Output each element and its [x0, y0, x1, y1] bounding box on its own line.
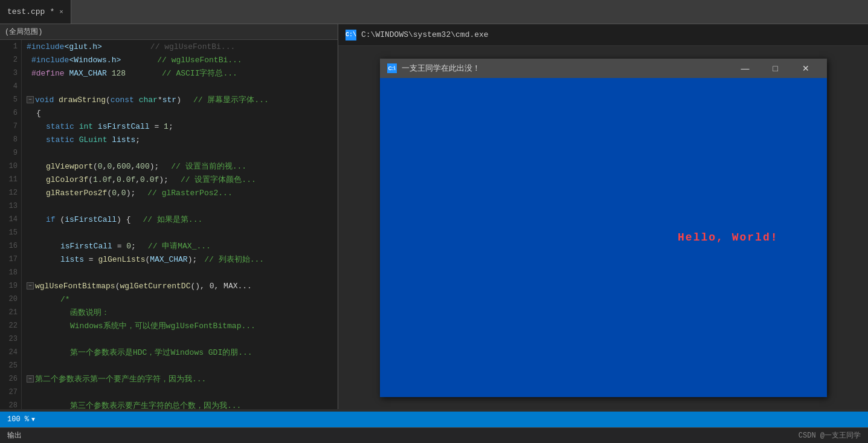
code-line-24: 第一个参数表示是HDC，学过Windows GDI的朋... — [27, 346, 338, 359]
comment-3: // ASCII字符总... — [162, 68, 237, 79]
minimize-button[interactable]: — — [731, 59, 759, 78]
line-num-9: 9 — [0, 146, 21, 160]
code-line-21: 函数说明： — [27, 306, 338, 319]
code-line-7: static int isFirstCall = 1; — [27, 120, 338, 133]
code-line-15 — [27, 226, 338, 239]
window-controls: — □ ✕ — [731, 59, 820, 78]
line-num-11: 11 — [0, 173, 21, 186]
code-line-6: { — [27, 106, 338, 120]
code-line-5: − void drawString(const char* str) // 屏幕… — [27, 93, 338, 106]
line-num-23: 23 — [0, 332, 21, 346]
code-line-17: lists = glGenLists(MAX_CHAR); // 列表初始... — [27, 253, 338, 266]
hello-world-text: Hello, World! — [678, 231, 778, 244]
fold-button-19[interactable]: − — [27, 282, 34, 289]
line-num-25: 25 — [0, 359, 21, 372]
cmd-title-bar: C:\ C:\WINDOWS\system32\cmd.exe — [338, 24, 868, 46]
line-num-14: 14 — [0, 213, 21, 226]
line-num-27: 27 — [0, 386, 21, 399]
output-bar: 输出 CSDN @一支王同学 — [0, 427, 868, 443]
comment-12: // glRasterPos2... — [147, 189, 232, 198]
tab-modified: * — [50, 7, 54, 16]
zoom-down-arrow[interactable]: ▼ — [31, 416, 35, 423]
code-line-25 — [27, 359, 338, 372]
ide-title-bar: test.cpp* × — [0, 0, 868, 24]
line-num-6: 6 — [0, 106, 21, 120]
code-line-28: 第三个参数表示要产生字符的总个数，因为我... — [27, 399, 338, 409]
close-button[interactable]: ✕ — [792, 59, 820, 78]
line-num-18: 18 — [0, 266, 21, 279]
comment-17: // 列表初始... — [204, 254, 264, 265]
line-num-12: 12 — [0, 186, 21, 199]
line-num-19: 19 — [0, 279, 21, 293]
code-line-23 — [27, 332, 338, 346]
main-area: (全局范围) 1 2 3 4 5 6 7 8 9 10 11 12 13 14 … — [0, 24, 868, 409]
line-num-3: 3 — [0, 66, 21, 80]
comment-16: // 申请MAX_... — [148, 241, 211, 251]
line-num-5: 5 — [0, 93, 21, 106]
code-line-10: glViewport(0,0,600,400); // 设置当前的视... — [27, 160, 338, 173]
code-pane: (全局范围) 1 2 3 4 5 6 7 8 9 10 11 12 13 14 … — [0, 24, 338, 409]
fold-button-5[interactable]: − — [27, 96, 34, 103]
code-line-8: static GLuint lists; — [27, 133, 338, 146]
comment-14: // 如果是第... — [143, 214, 202, 225]
line-num-13: 13 — [0, 199, 21, 213]
code-line-13 — [27, 199, 338, 213]
scope-bar: (全局范围) — [0, 24, 338, 40]
output-label: 输出 — [7, 430, 22, 441]
cmd-pane: C:\ C:\WINDOWS\system32\cmd.exe — [338, 24, 868, 46]
opengl-window-title: 一支王同学在此出没！ — [402, 63, 480, 74]
code-line-27 — [27, 386, 338, 399]
code-line-19: − wglUseFontBitmaps(wglGetCurrentDC(), 0… — [27, 279, 338, 293]
status-bar: 100 % ▼ — [0, 412, 868, 427]
code-line-26: − 第二个参数表示第一个要产生的字符，因为我... — [27, 372, 338, 386]
line-num-22: 22 — [0, 319, 21, 332]
line-num-10: 10 — [0, 160, 21, 173]
fold-button-26[interactable]: − — [27, 375, 34, 383]
line-num-28: 28 — [0, 399, 21, 409]
cmd-title-text: C:\WINDOWS\system32\cmd.exe — [361, 30, 489, 39]
code-line-11: glColor3f(1.0f, 0.0f, 0.0f); // 设置字体颜色..… — [27, 173, 338, 186]
code-line-14: if (isFirstCall) { // 如果是第... — [27, 213, 338, 226]
line-num-24: 24 — [0, 346, 21, 359]
code-area: 1 2 3 4 5 6 7 8 9 10 11 12 13 14 15 16 1… — [0, 40, 338, 409]
code-line-18 — [27, 266, 338, 279]
code-line-22: Windows系统中，可以使用wglUseFontBitmap... — [27, 319, 338, 332]
opengl-window: C:\ 一支王同学在此出没！ — □ ✕ Hello, World! — [380, 59, 827, 397]
line-num-2: 2 — [0, 53, 21, 66]
line-num-8: 8 — [0, 133, 21, 146]
code-line-20: /* — [27, 293, 338, 306]
opengl-title-bar: C:\ 一支王同学在此出没！ — □ ✕ — [380, 59, 827, 78]
comment-10: // 设置当前的视... — [171, 161, 246, 172]
code-line-16: isFirstCall = 0; // 申请MAX_... — [27, 239, 338, 253]
file-tab[interactable]: test.cpp* × — [0, 0, 71, 24]
line-numbers: 1 2 3 4 5 6 7 8 9 10 11 12 13 14 15 16 1… — [0, 40, 22, 409]
line-num-21: 21 — [0, 306, 21, 319]
keyword: #include — [27, 42, 64, 51]
code-line-12: glRasterPos2f(0, 0); // glRasterPos2... — [27, 186, 338, 199]
code-line-4 — [27, 80, 338, 93]
tab-filename: test.cpp — [7, 7, 45, 16]
scope-label: (全局范围) — [5, 27, 42, 37]
line-num-17: 17 — [0, 253, 21, 266]
zoom-control: 100 % ▼ — [7, 415, 35, 424]
cmd-icon: C:\ — [346, 30, 356, 40]
opengl-window-wrapper: C:\ 一支王同学在此出没！ — □ ✕ Hello, World! — [338, 46, 868, 409]
opengl-title-icon: C:\ — [387, 63, 397, 73]
code-line-9 — [27, 146, 338, 160]
code-line-3: #define MAX_CHAR 128 // ASCII字符总... — [27, 66, 338, 80]
line-num-16: 16 — [0, 239, 21, 253]
maximize-button[interactable]: □ — [762, 59, 789, 78]
line-num-15: 15 — [0, 226, 21, 239]
right-pane: C:\ C:\WINDOWS\system32\cmd.exe C:\ 一支王同… — [338, 24, 868, 409]
line-num-7: 7 — [0, 120, 21, 133]
comment-5: // 屏幕显示字体... — [193, 94, 269, 105]
zoom-value: 100 % — [7, 415, 29, 424]
line-num-20: 20 — [0, 293, 21, 306]
code-line-1: #include<glut.h> // wglUseFontBi... — [27, 40, 338, 53]
tab-close-button[interactable]: × — [59, 8, 63, 16]
line-num-1: 1 — [0, 40, 21, 53]
code-line-2: #include<Windows.h> // wglUseFontBi... — [27, 53, 338, 66]
csdn-credit: CSDN @一支王同学 — [799, 430, 861, 441]
code-content: #include<glut.h> // wglUseFontBi... #inc… — [22, 40, 338, 409]
comment-2: // wglUseFontBi... — [157, 56, 242, 65]
